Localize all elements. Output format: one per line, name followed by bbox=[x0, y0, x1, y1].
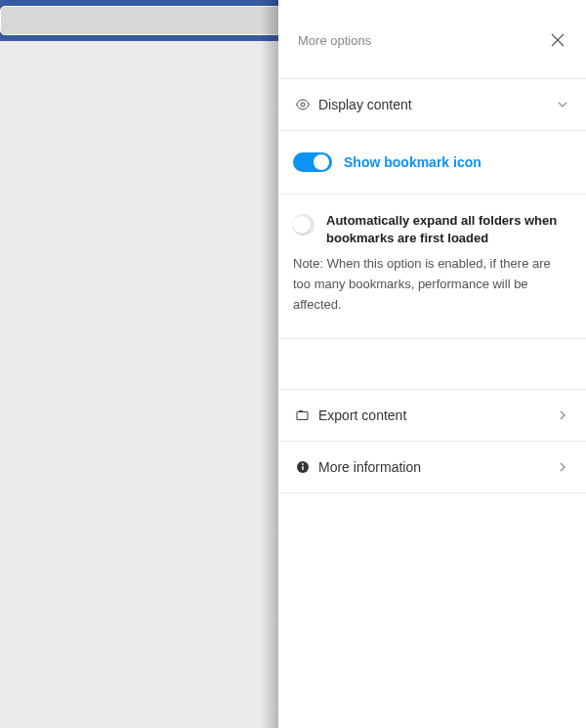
chevron-down-icon bbox=[557, 99, 568, 110]
panel-title: More options bbox=[298, 33, 371, 48]
close-icon[interactable] bbox=[547, 29, 568, 51]
display-content-row[interactable]: Display content bbox=[278, 79, 586, 131]
svg-point-0 bbox=[301, 103, 305, 107]
app-main-area bbox=[0, 41, 293, 728]
panel-header: More options bbox=[278, 0, 586, 79]
display-content-label: Display content bbox=[313, 97, 557, 112]
chevron-right-icon bbox=[557, 409, 568, 421]
svg-rect-2 bbox=[299, 410, 303, 412]
eye-icon bbox=[293, 97, 313, 112]
more-information-label: More information bbox=[313, 459, 557, 475]
svg-rect-1 bbox=[297, 412, 308, 420]
app-top-bar bbox=[0, 0, 293, 41]
show-bookmark-icon-toggle[interactable] bbox=[293, 152, 332, 172]
show-bookmark-icon-label: Show bookmark icon bbox=[332, 154, 481, 170]
auto-expand-label: Automatically expand all folders when bo… bbox=[314, 212, 568, 246]
auto-expand-note: Note: When this option is enabled, if th… bbox=[293, 246, 568, 315]
auto-expand-block: Automatically expand all folders when bo… bbox=[278, 194, 586, 339]
info-icon bbox=[293, 460, 313, 474]
more-options-panel: More options Display content Show bookma… bbox=[278, 0, 586, 728]
chevron-right-icon bbox=[557, 461, 568, 473]
show-bookmark-icon-row: Show bookmark icon bbox=[278, 131, 586, 194]
svg-rect-4 bbox=[302, 466, 303, 470]
export-content-row[interactable]: Export content bbox=[278, 390, 586, 442]
search-input[interactable] bbox=[0, 6, 287, 35]
more-information-row[interactable]: More information bbox=[278, 442, 586, 493]
section-gap bbox=[278, 339, 586, 390]
auto-expand-toggle[interactable] bbox=[293, 214, 314, 236]
export-content-label: Export content bbox=[313, 407, 557, 423]
svg-point-5 bbox=[302, 464, 304, 466]
export-icon bbox=[293, 407, 313, 423]
